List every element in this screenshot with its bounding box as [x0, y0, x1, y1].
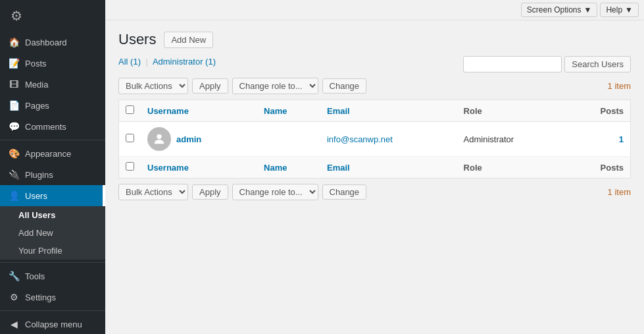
sidebar-label-media: Media	[25, 80, 48, 90]
sidebar-label-appearance: Appearance	[25, 149, 71, 159]
change-button-top[interactable]: Change	[322, 78, 367, 94]
bulk-actions-select-top[interactable]: Bulk Actions	[118, 78, 188, 94]
help-label: Help	[606, 5, 622, 14]
svg-point-0	[157, 134, 161, 139]
comments-icon: 💬	[8, 121, 20, 132]
sidebar-item-appearance[interactable]: 🎨 Appearance	[0, 143, 105, 164]
sidebar-label-posts: Posts	[25, 59, 47, 69]
content: Users Add New All (1) | Administrator (1…	[105, 20, 644, 334]
sidebar-label-users: Users	[25, 191, 47, 201]
appearance-icon: 🎨	[8, 148, 20, 159]
select-all-footer-checkbox[interactable]	[126, 162, 134, 171]
settings-icon: ⚙	[8, 292, 20, 302]
sidebar-collapse-label: Collapse menu	[25, 320, 82, 329]
sidebar-label-tools: Tools	[25, 271, 45, 281]
apply-button-top[interactable]: Apply	[192, 78, 228, 94]
sidebar-item-comments[interactable]: 💬 Comments	[0, 116, 105, 137]
add-new-button[interactable]: Add New	[164, 32, 213, 48]
sidebar-collapse[interactable]: ◀ Collapse menu	[0, 314, 105, 334]
row-username-cell: admin	[141, 122, 257, 157]
th-username[interactable]: Username	[141, 100, 257, 122]
filter-all-link[interactable]: All (1)	[118, 57, 143, 67]
tfoot-name[interactable]: Name	[257, 157, 320, 179]
sidebar-sub-add-new[interactable]: Add New	[18, 224, 105, 242]
page-header: Users Add New	[118, 31, 631, 48]
table-row: admin info@scanwp.net Administrator 1	[119, 122, 631, 157]
users-icon: 👤	[8, 190, 20, 201]
row-checkbox[interactable]	[126, 134, 134, 142]
change-role-select-bottom[interactable]: Change role to...	[232, 184, 318, 200]
tfoot-email[interactable]: Email	[320, 157, 457, 179]
th-checkbox	[119, 100, 141, 122]
sidebar-item-pages[interactable]: 📄 Pages	[0, 95, 105, 116]
row-name-cell	[257, 122, 320, 157]
filter-all-label: All	[118, 57, 128, 67]
filter-sep: |	[146, 57, 148, 67]
collapse-icon: ◀	[8, 319, 20, 329]
row-email-cell: info@scanwp.net	[320, 122, 457, 157]
help-button[interactable]: Help ▼	[600, 3, 639, 17]
sidebar-item-posts[interactable]: 📝 Posts	[0, 53, 105, 74]
sidebar-item-dashboard[interactable]: 🏠 Dashboard	[0, 32, 105, 53]
tfoot-posts: Posts	[567, 157, 631, 179]
th-name[interactable]: Name	[257, 100, 320, 122]
tfoot-username[interactable]: Username	[141, 157, 257, 179]
sidebar-item-tools[interactable]: 🔧 Tools	[0, 265, 105, 287]
bottom-items-count: 1 item	[608, 187, 631, 197]
row-posts-cell: 1	[567, 122, 631, 157]
search-users-button[interactable]: Search Users	[564, 56, 631, 72]
sidebar-item-plugins[interactable]: 🔌 Plugins	[0, 164, 105, 185]
users-table: Username Name Email Role Posts	[118, 99, 631, 179]
sidebar-label-settings: Settings	[25, 292, 56, 302]
sidebar-sub-all-users[interactable]: All Users	[18, 206, 105, 224]
wp-logo-icon: ⚙	[11, 8, 22, 24]
table-header: Username Name Email Role Posts	[119, 100, 631, 122]
media-icon: 🎞	[8, 79, 20, 90]
th-posts: Posts	[567, 100, 631, 122]
filter-links: All (1) | Administrator (1)	[118, 57, 216, 67]
filter-admin-label: Administrator	[153, 57, 203, 67]
sidebar-label-dashboard: Dashboard	[25, 38, 67, 47]
table-footer: Username Name Email Role Posts	[119, 157, 631, 179]
pages-icon: 📄	[8, 100, 20, 111]
sidebar-item-media[interactable]: 🎞 Media	[0, 74, 105, 95]
user-avatar	[147, 127, 171, 151]
bulk-actions-select-bottom[interactable]: Bulk Actions	[118, 184, 188, 200]
help-chevron-icon: ▼	[625, 5, 633, 14]
filter-admin-count: (1)	[205, 57, 216, 67]
bottom-toolbar: Bulk Actions Apply Change role to... Cha…	[118, 184, 631, 200]
topbar: Screen Options ▼ Help ▼	[105, 0, 644, 20]
sidebar-label-pages: Pages	[25, 101, 49, 111]
change-role-select-top[interactable]: Change role to...	[232, 78, 318, 94]
username-link[interactable]: admin	[176, 134, 201, 144]
th-email[interactable]: Email	[320, 100, 457, 122]
row-role-cell: Administrator	[457, 122, 567, 157]
apply-button-bottom[interactable]: Apply	[192, 184, 228, 200]
filter-all-count: (1)	[130, 57, 141, 67]
change-button-bottom[interactable]: Change	[322, 184, 367, 200]
search-input[interactable]	[463, 56, 562, 72]
tfoot-checkbox	[119, 157, 141, 179]
sidebar-item-settings[interactable]: ⚙ Settings	[0, 287, 105, 308]
sidebar: ⚙ 🏠 Dashboard 📝 Posts 🎞 Media 📄 Pages 💬 …	[0, 0, 105, 334]
row-checkbox-cell	[119, 122, 141, 157]
sidebar-sub-your-profile[interactable]: Your Profile	[18, 242, 105, 260]
sidebar-item-users[interactable]: 👤 Users	[0, 185, 105, 206]
main-area: Screen Options ▼ Help ▼ Users Add New Al…	[105, 0, 644, 334]
tfoot-role: Role	[457, 157, 567, 179]
th-role: Role	[457, 100, 567, 122]
email-link[interactable]: info@scanwp.net	[327, 134, 393, 144]
wp-logo: ⚙	[0, 0, 105, 32]
tools-icon: 🔧	[8, 271, 20, 281]
search-area: Search Users	[463, 56, 631, 72]
screen-options-label: Screen Options	[527, 5, 582, 14]
table-body: admin info@scanwp.net Administrator 1	[119, 122, 631, 157]
page-title: Users	[118, 31, 156, 48]
filter-admin-link[interactable]: Administrator (1)	[153, 57, 216, 67]
sidebar-label-comments: Comments	[25, 122, 66, 132]
top-items-count: 1 item	[608, 81, 631, 91]
select-all-checkbox[interactable]	[126, 105, 134, 114]
posts-count-link[interactable]: 1	[619, 134, 624, 144]
items-count-bottom: 1 item	[608, 187, 631, 197]
screen-options-button[interactable]: Screen Options ▼	[521, 3, 598, 17]
